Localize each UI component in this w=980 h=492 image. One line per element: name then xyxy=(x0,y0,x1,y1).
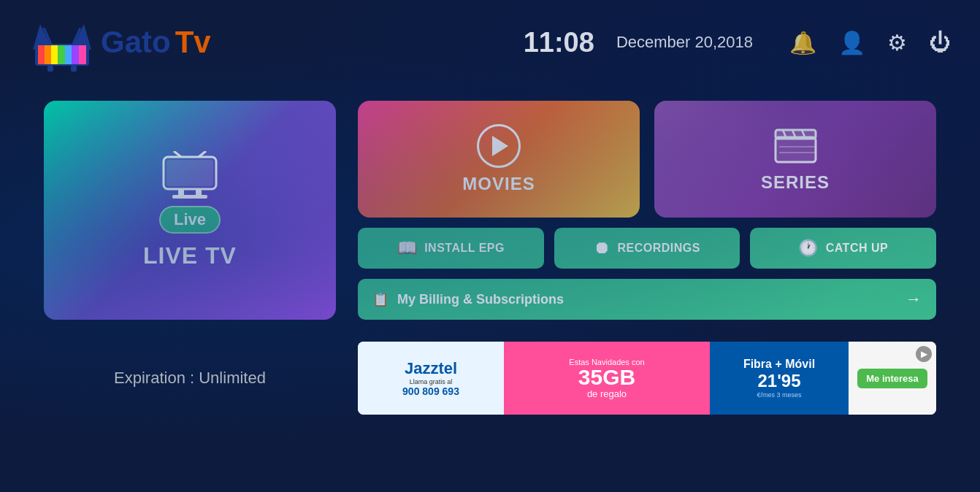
ad-middle-section: Estas Navidades con 35GB de regalo xyxy=(504,342,710,415)
catch-up-button[interactable]: 🕐 CATCH UP xyxy=(750,228,936,269)
movies-card[interactable]: MOVIES xyxy=(358,101,640,218)
svg-rect-7 xyxy=(58,45,65,64)
recordings-button[interactable]: ⏺ RECORDINGS xyxy=(554,228,740,269)
ad-call-label: Llama gratis al xyxy=(410,378,453,385)
user-icon[interactable]: 👤 xyxy=(838,30,865,55)
ad-fibra: Fibra + Móvil xyxy=(743,358,815,371)
ad-regalo: de regalo xyxy=(587,388,627,399)
logo-gato: Gato xyxy=(101,25,171,60)
series-label: SERIES xyxy=(761,172,830,193)
svg-rect-9 xyxy=(72,45,79,64)
bell-icon[interactable]: 🔔 xyxy=(789,30,816,55)
main-content: Live LIVE TV MOVIES xyxy=(0,79,980,334)
ad-gb: 35GB xyxy=(578,366,635,388)
settings-icon[interactable]: ⚙ xyxy=(887,30,907,55)
billing-button[interactable]: 📋 My Billing & Subscriptions → xyxy=(358,279,936,320)
recordings-icon: ⏺ xyxy=(594,239,610,258)
billing-arrow-icon: → xyxy=(906,290,922,309)
install-epg-button[interactable]: 📖 INSTALL EPG xyxy=(358,228,544,269)
logo-icon xyxy=(29,13,95,72)
svg-rect-5 xyxy=(45,45,51,64)
power-icon[interactable]: ⏻ xyxy=(929,30,951,55)
expiration-text: Expiration : Unlimited xyxy=(44,369,336,388)
clapperboard-icon xyxy=(772,126,819,166)
install-epg-label: INSTALL EPG xyxy=(424,242,505,255)
movies-label: MOVIES xyxy=(462,174,535,194)
header-icons: 🔔 👤 ⚙ ⏻ xyxy=(789,30,951,55)
svg-rect-23 xyxy=(776,137,816,162)
svg-rect-14 xyxy=(71,66,77,72)
ad-price-note: €/mes 3 meses xyxy=(757,391,801,399)
svg-rect-10 xyxy=(79,45,86,64)
series-card[interactable]: SERIES xyxy=(654,101,936,218)
live-tv-card[interactable]: Live LIVE TV xyxy=(44,101,336,320)
right-column: MOVIES SE xyxy=(358,101,936,320)
logo-text: Gato Tv xyxy=(101,25,211,60)
header-time: 11:08 xyxy=(524,27,594,58)
ad-brand: Jazztel xyxy=(405,359,457,378)
play-icon xyxy=(477,124,521,168)
svg-rect-8 xyxy=(65,45,72,64)
svg-rect-13 xyxy=(47,66,53,72)
catchup-icon: 🕐 xyxy=(798,239,819,258)
svg-rect-18 xyxy=(166,160,213,186)
ad-price: 21'95 xyxy=(757,371,800,391)
svg-rect-4 xyxy=(38,45,45,64)
header-date: December 20,2018 xyxy=(616,33,753,52)
logo-tv: Tv xyxy=(175,25,211,60)
recordings-label: RECORDINGS xyxy=(618,242,700,255)
ad-cta-button[interactable]: Me interesa xyxy=(857,369,927,388)
billing-label: My Billing & Subscriptions xyxy=(397,292,564,307)
ad-phone: 900 809 693 xyxy=(402,385,459,397)
live-badge: Live xyxy=(159,206,221,234)
billing-icon: 📋 xyxy=(372,291,388,307)
live-tv-svg-icon xyxy=(161,151,219,199)
play-triangle xyxy=(492,136,508,156)
live-tv-icon-wrap xyxy=(161,151,219,201)
footer: Expiration : Unlimited Jazztel Llama gra… xyxy=(0,334,980,415)
header: Gato Tv 11:08 December 20,2018 🔔 👤 ⚙ ⏻ xyxy=(0,0,980,72)
logo-area: Gato Tv xyxy=(29,13,211,72)
svg-rect-6 xyxy=(51,45,58,64)
top-cards: MOVIES SE xyxy=(358,101,936,218)
epg-icon: 📖 xyxy=(397,239,418,258)
bottom-buttons: 📖 INSTALL EPG ⏺ RECORDINGS 🕐 CATCH UP xyxy=(358,228,936,269)
ad-banner: Jazztel Llama gratis al 900 809 693 Esta… xyxy=(358,342,936,415)
catch-up-label: CATCH UP xyxy=(826,242,888,255)
svg-rect-21 xyxy=(172,195,207,199)
ad-right-section: Fibra + Móvil 21'95 €/mes 3 meses xyxy=(710,342,849,415)
ad-skip-button[interactable]: ▶ xyxy=(916,346,932,362)
ad-left-section: Jazztel Llama gratis al 900 809 693 xyxy=(358,342,504,415)
live-tv-label: LIVE TV xyxy=(143,242,237,269)
